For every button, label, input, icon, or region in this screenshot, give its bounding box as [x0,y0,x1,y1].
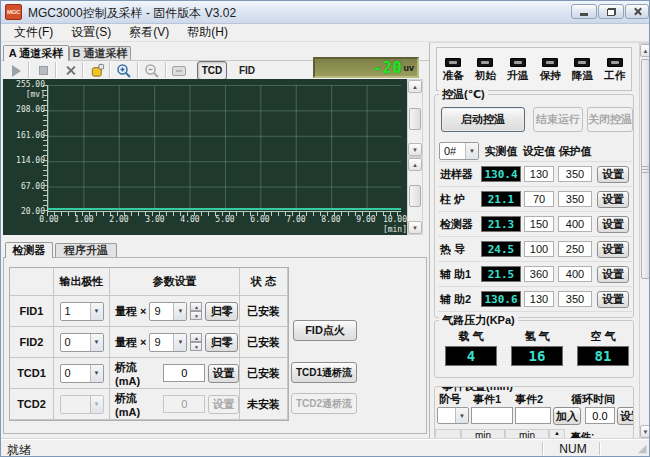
setpoint-field[interactable]: 130 [524,291,554,307]
fid-toggle-button[interactable]: FID [234,61,260,80]
range-select-fid2[interactable]: 9▼ [149,333,187,352]
scrollbar-thumb[interactable] [641,59,650,279]
zoom-in-button[interactable] [115,62,133,79]
setpoint-field[interactable]: 130 [524,166,554,182]
protect-field[interactable]: 350 [558,191,592,207]
menu-help[interactable]: 帮助(H) [180,23,235,42]
menu-file[interactable]: 文件(F) [7,23,60,42]
partial-spinner[interactable]: ▲ [549,429,565,438]
minimize-button[interactable] [571,4,597,19]
set-temp-button[interactable]: 设置 [597,241,629,258]
tab-channel-b[interactable]: B 通道采样 [69,46,131,60]
measured-display: 130.4 [481,166,521,182]
resize-grip[interactable]: ◢ [638,442,646,455]
status-ready: 就绪 [7,442,31,457]
setpoint-field[interactable]: 150 [524,216,554,232]
header-params: 参数设置 [110,268,240,296]
thumb-grip [642,166,649,173]
protect-field[interactable]: 350 [558,166,592,182]
app-window: MGC MGC3000控制及采样 - 固件版本 V3.02 文件(F) 设置(S… [0,0,650,457]
close-button[interactable] [625,4,649,19]
polarity-select-tcd1[interactable]: 0▼ [60,364,104,383]
event2-input[interactable] [515,407,551,424]
scrollbar-thumb[interactable] [409,185,421,207]
zoom-in-icon [116,63,132,79]
tcd-toggle-button[interactable]: TCD [197,61,227,80]
set-temp-button[interactable]: 设置 [597,216,629,233]
protect-field[interactable]: 350 [558,291,592,307]
zero-button-fid2[interactable]: 归零 [205,333,238,352]
cycle-time-input[interactable] [585,407,615,424]
tab-detector[interactable]: 检测器 [5,242,53,258]
gas-pressure-group: 气路压力(KPa) 载 气 氢 气 空 气 4 16 81 [434,320,634,378]
end-run-button[interactable]: 结束运行 [533,107,583,132]
bridge-current-input-tcd2[interactable] [163,395,205,413]
x-tick: 1.00 [66,215,102,225]
scroll-up-button[interactable]: ▲ [408,158,422,171]
scroll-down-button[interactable]: ▼ [408,143,422,156]
bridge-current-input-tcd1[interactable] [163,364,205,382]
polarity-select-fid1[interactable]: 1▼ [60,302,104,321]
chart-scrollbar-lower[interactable]: ▲ ▼ [407,157,423,235]
calibration-button[interactable] [88,62,106,79]
scroll-down-button[interactable]: ▼ [408,221,422,234]
protect-field[interactable]: 400 [558,216,592,232]
start-acquisition-button[interactable] [7,62,25,79]
tcd1-bridge-button[interactable]: TCD1通桥流 [291,362,357,383]
close-temp-control-button[interactable]: 关闭控温 [587,107,633,132]
scrollbar-thumb[interactable] [409,108,421,130]
start-temp-control-button[interactable]: 启动控温 [441,107,525,132]
set-temp-button[interactable]: 设置 [597,191,629,208]
set-temp-button[interactable]: 设置 [597,166,629,183]
clear-button[interactable] [61,62,79,79]
header-polarity: 输出极性 [54,268,110,296]
set-cycle-button[interactable]: 设置 [617,407,634,425]
set-button-tcd2[interactable]: 设置 [208,395,239,414]
fit-view-button[interactable] [170,62,188,79]
polarity-select-fid2[interactable]: 0▼ [60,333,104,352]
scroll-down-button[interactable]: ▼ [640,425,650,438]
panel-scrollbar[interactable]: ▲ ▼ [639,43,650,438]
protect-field[interactable]: 400 [558,266,592,282]
fid-ignite-button[interactable]: FID点火 [293,320,357,341]
setpoint-field[interactable]: 100 [524,241,554,257]
zoom-out-button[interactable] [143,62,161,79]
setpoint-field[interactable]: 70 [524,191,554,207]
spin-up-icon: ▲ [190,333,202,342]
set-temp-button[interactable]: 设置 [597,291,629,308]
y-tick: 255.00 [5,80,45,90]
menu-settings[interactable]: 设置(S) [64,23,118,42]
event1-input[interactable] [471,407,513,424]
status-divider [542,442,543,455]
tab-temperature-program[interactable]: 程序升温 [55,243,117,257]
spin-down-icon: ▼ [190,342,202,351]
chart-scrollbar-upper[interactable]: ▲ ▼ [407,79,423,157]
menu-view[interactable]: 察看(V) [122,23,176,42]
range-select-fid1[interactable]: 9▼ [149,302,187,321]
chromatogram-chart: 255.00 [mv] 208.00 161.00 114.00 67.00 2… [3,79,407,235]
setpoint-field[interactable]: 360 [524,266,554,282]
set-button-tcd1[interactable]: 设置 [208,364,239,383]
scroll-up-button[interactable]: ▲ [640,44,650,57]
play-icon [12,65,21,77]
polarity-select-tcd2[interactable]: ▼ [60,395,104,414]
range-spinner-fid1[interactable]: ▲▼ [190,302,202,320]
toolbar-separator [28,62,29,78]
window-title: MGC3000控制及采样 - 固件版本 V3.02 [28,5,236,22]
set-temp-button[interactable]: 设置 [597,266,629,283]
zero-button-fid1[interactable]: 归零 [205,302,238,321]
app-icon: MGC [5,4,22,20]
stop-acquisition-button[interactable] [34,62,52,79]
tcd2-bridge-button[interactable]: TCD2通桥流 [291,393,357,414]
led-indicator [477,58,493,67]
zone-select[interactable]: 0#▼ [439,142,479,160]
scroll-up-button[interactable]: ▲ [408,80,422,93]
protect-field[interactable]: 250 [558,241,592,257]
signal-value: -20 [372,59,402,77]
step-select[interactable]: ▼ [437,407,469,424]
add-event-button[interactable]: 加入 [553,407,581,425]
restore-button[interactable] [598,4,624,19]
event1-col-label: 事件1 [473,392,513,407]
range-spinner-fid2[interactable]: ▲▼ [190,333,202,351]
tab-channel-a[interactable]: A 通道采样 [3,45,69,61]
